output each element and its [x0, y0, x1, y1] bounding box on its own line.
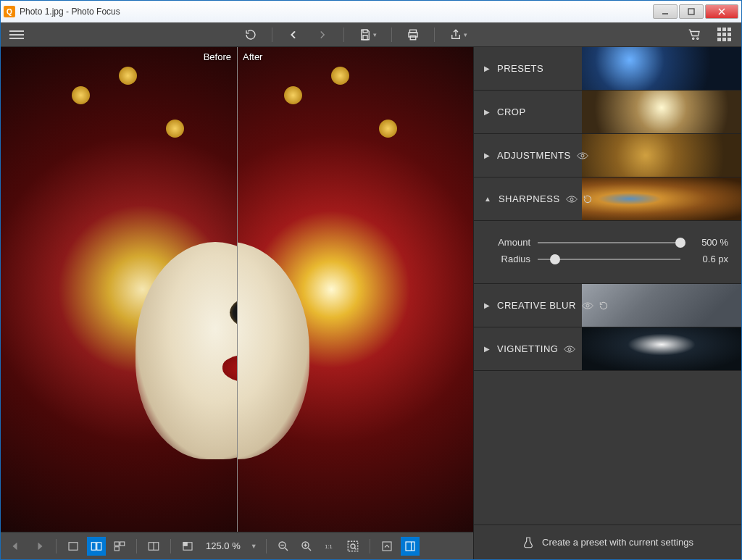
- reset-icon[interactable]: [582, 194, 593, 204]
- svg-rect-16: [114, 542, 119, 546]
- canvas[interactable]: Before After: [1, 47, 473, 532]
- svg-rect-15: [97, 542, 101, 550]
- radius-slider[interactable]: [538, 259, 680, 260]
- chevron-right-icon: ▶: [484, 64, 490, 72]
- vignetting-title: VIGNETTING: [497, 343, 558, 354]
- reset-icon[interactable]: [598, 301, 609, 311]
- panel-adjustments[interactable]: ▶ ADJUSTMENTS: [474, 134, 741, 177]
- radius-value: 0.6 px: [688, 254, 728, 264]
- save-button[interactable]: ▾: [354, 25, 381, 44]
- svg-marker-11: [13, 542, 17, 550]
- preview-area: Before After: [1, 47, 473, 559]
- amount-value: 500 %: [688, 237, 728, 248]
- info-panel-button[interactable]: [378, 537, 396, 556]
- svg-text:1:1: 1:1: [325, 543, 332, 550]
- minimize-button[interactable]: [653, 4, 678, 19]
- app-icon: Q: [4, 6, 15, 17]
- svg-rect-17: [120, 542, 125, 546]
- create-preset-button[interactable]: Create a preset with current settings: [474, 525, 741, 559]
- before-label: Before: [204, 51, 231, 62]
- svg-line-28: [308, 548, 311, 551]
- svg-rect-13: [69, 542, 78, 550]
- side-panel-button[interactable]: [401, 537, 420, 556]
- svg-rect-8: [410, 35, 416, 39]
- panel-crop[interactable]: ▶ CROP: [474, 91, 741, 134]
- chevron-right-icon: ▶: [484, 151, 490, 159]
- svg-rect-32: [348, 541, 358, 551]
- svg-rect-1: [688, 9, 694, 14]
- print-button[interactable]: [402, 25, 424, 44]
- svg-rect-14: [91, 542, 96, 550]
- revert-button[interactable]: [240, 25, 262, 44]
- zoom-fit-button[interactable]: [343, 537, 362, 556]
- svg-point-33: [351, 544, 355, 548]
- svg-point-38: [581, 154, 584, 157]
- svg-point-40: [586, 304, 589, 307]
- zoom-value: 125.0 %: [201, 540, 245, 551]
- svg-rect-18: [114, 546, 119, 550]
- radius-label: Radius: [487, 254, 530, 264]
- compare-divider[interactable]: [237, 47, 238, 532]
- svg-line-34: [354, 548, 356, 549]
- chevron-right-icon: ▶: [484, 345, 490, 353]
- prev-image-button[interactable]: [7, 537, 25, 556]
- panel-creative-blur[interactable]: ▶ CREATIVE BLUR: [474, 284, 741, 327]
- amount-label: Amount: [487, 237, 530, 248]
- before-view: Before: [1, 47, 237, 532]
- eye-icon[interactable]: [564, 345, 575, 354]
- svg-point-41: [568, 348, 571, 351]
- undo-button[interactable]: [283, 25, 304, 44]
- zoom-in-button[interactable]: [297, 537, 316, 556]
- eye-icon[interactable]: [566, 195, 578, 204]
- compare-mode-button[interactable]: [144, 537, 163, 556]
- close-button[interactable]: [705, 4, 738, 19]
- zoom-out-button[interactable]: [274, 537, 293, 556]
- svg-rect-36: [406, 542, 414, 551]
- menu-button[interactable]: [7, 26, 27, 43]
- panel-vignetting[interactable]: ▶ VIGNETTING: [474, 327, 741, 371]
- svg-point-10: [697, 38, 699, 39]
- split-view-button[interactable]: [87, 537, 106, 556]
- redo-button[interactable]: [312, 25, 333, 44]
- cart-button[interactable]: [684, 25, 706, 44]
- after-label: After: [243, 51, 262, 62]
- presets-title: PRESETS: [497, 63, 543, 74]
- eye-icon[interactable]: [582, 301, 593, 310]
- after-view: After: [237, 47, 473, 532]
- svg-rect-35: [383, 542, 391, 551]
- create-preset-label: Create a preset with current settings: [542, 537, 693, 548]
- chevron-right-icon: ▶: [484, 301, 490, 309]
- svg-point-9: [693, 38, 694, 39]
- adjustments-title: ADJUSTMENTS: [497, 150, 571, 161]
- panel-sharpness[interactable]: ▲ SHARPNESS: [474, 177, 741, 221]
- zoom-dropdown[interactable]: ▼: [249, 543, 259, 550]
- titlebar: Q Photo 1.jpg - Photo Focus: [1, 1, 741, 22]
- sharpness-body: Amount 500 % Radius 0.6 px: [474, 221, 741, 284]
- share-button[interactable]: ▾: [445, 25, 472, 44]
- window-title: Photo 1.jpg - Photo Focus: [20, 7, 651, 17]
- eye-icon[interactable]: [577, 151, 588, 160]
- creative-blur-title: CREATIVE BLUR: [497, 300, 576, 311]
- next-image-button[interactable]: [30, 537, 49, 556]
- chevron-right-icon: ▶: [484, 108, 490, 116]
- maximize-button[interactable]: [679, 4, 704, 19]
- panel-presets[interactable]: ▶ PRESETS: [474, 47, 741, 91]
- svg-marker-12: [38, 542, 43, 550]
- zoom-100-button[interactable]: 1:1: [320, 537, 339, 556]
- amount-slider[interactable]: [538, 242, 680, 243]
- single-view-button[interactable]: [64, 537, 83, 556]
- nav-thumbnail-button[interactable]: [178, 537, 197, 556]
- thumbnails-button[interactable]: [713, 25, 735, 44]
- top-toolbar: ▾ ▾: [1, 22, 741, 47]
- svg-point-39: [570, 198, 573, 201]
- right-panel: ▶ PRESETS ▶ CROP ▶ ADJUSTMENTS: [473, 47, 741, 559]
- svg-rect-4: [363, 30, 367, 33]
- svg-rect-5: [363, 35, 367, 39]
- crop-title: CROP: [497, 106, 526, 117]
- sharpness-title: SHARPNESS: [499, 193, 560, 204]
- svg-line-25: [285, 548, 288, 551]
- quad-view-button[interactable]: [110, 537, 129, 556]
- svg-rect-23: [183, 542, 187, 546]
- chevron-down-icon: ▲: [484, 195, 491, 203]
- bottom-toolbar: 125.0 % ▼ 1:1: [1, 532, 473, 559]
